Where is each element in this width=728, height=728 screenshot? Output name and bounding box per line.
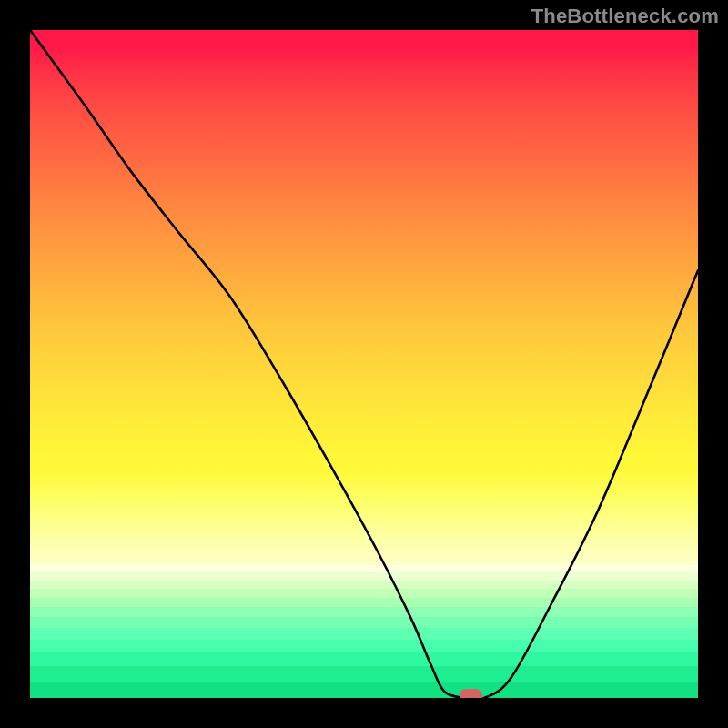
watermark-text: TheBottleneck.com — [531, 5, 719, 28]
plot-area — [30, 30, 698, 698]
optimum-marker — [460, 689, 482, 698]
bottleneck-curve — [30, 30, 698, 698]
chart-frame: TheBottleneck.com — [0, 0, 728, 728]
